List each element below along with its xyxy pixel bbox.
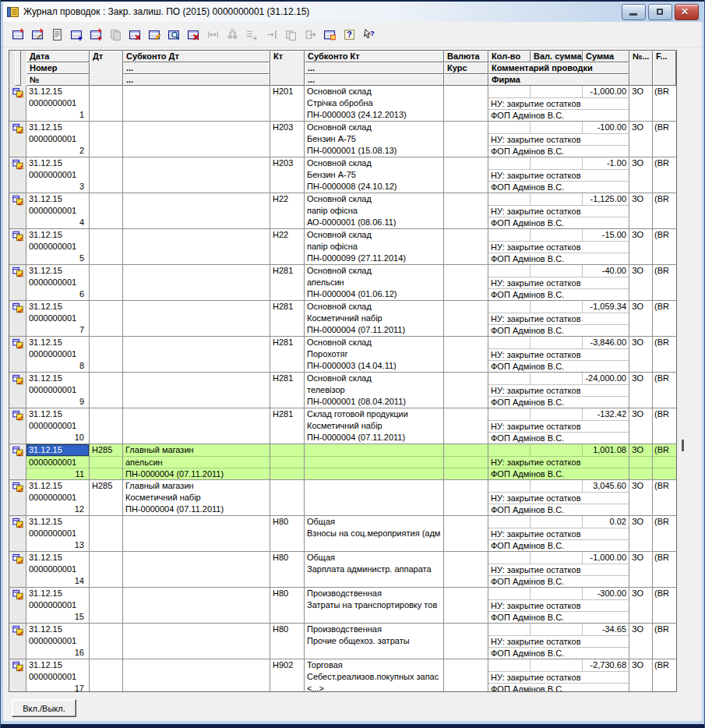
cell-sub-kt-3[interactable]: ПН-0000099 (27.11.2014) [305,253,443,264]
cell-sub-kt-3[interactable]: ПН-0000004 (07.11.2011) [305,432,443,444]
cell-sum[interactable]: -3,846.00 [583,337,629,348]
cell-sub-dt-1[interactable] [123,659,270,671]
cell-dt-account[interactable] [90,193,122,205]
cell-dt-blank[interactable] [90,145,122,157]
cell-sub-dt-2[interactable] [123,313,270,324]
cell-dt-blank[interactable] [90,456,122,468]
scroll-indicator[interactable] [682,440,684,451]
cell-f-blank[interactable] [653,241,676,253]
cell-rate[interactable] [444,313,488,324]
delete-line-icon[interactable] [186,27,201,42]
cell-date[interactable]: 31.12.15 [26,157,89,169]
cell-journal-no[interactable]: ЗО [629,122,652,133]
cell-journal-blank[interactable] [629,432,652,444]
cell-seq[interactable]: 17 [26,683,89,692]
cell-qty[interactable] [488,265,531,277]
table-record[interactable]: 31.12.15 0000000001 12 Н285 Главный мага… [9,480,676,516]
cell-currency[interactable] [444,480,488,492]
cell-kt-account[interactable]: Н80 [270,552,304,564]
cell-kt-blank[interactable] [270,324,304,336]
cell-date[interactable]: 31.12.15 [26,624,89,635]
cell-sub-kt-1[interactable]: Склад готовой продукции [305,408,443,420]
cell-kt-blank[interactable] [270,647,304,659]
cell-sub-kt-2[interactable]: Косметичний набір [305,420,443,432]
cell-kt-account[interactable]: Н80 [270,624,304,635]
cell-currency[interactable] [444,122,488,133]
cell-sub-kt-2[interactable]: Зарплата администр. аппарата [305,564,443,575]
cell-sub-dt-3[interactable] [123,683,270,692]
cell-f-blank[interactable] [653,324,676,336]
cell-dt-blank[interactable] [90,360,122,372]
cell-sum[interactable]: -1,000.00 [583,86,629,97]
cell-sub-dt-1[interactable] [123,408,270,420]
cell-kt-blank[interactable] [270,528,304,539]
cell-kt-blank[interactable] [270,635,304,647]
cell-currency[interactable] [444,193,488,205]
cell-f[interactable]: (BR [653,301,676,313]
cell-kt-blank[interactable] [270,456,304,468]
cell-seq[interactable]: 14 [26,575,89,587]
cell-val-sum[interactable] [531,86,583,97]
cell-dt-account[interactable] [90,373,122,384]
cell-comment[interactable]: НУ: закрытие остатков [488,599,629,611]
cell-kt-account[interactable]: Н22 [270,229,304,241]
cell-kt-account[interactable]: Н201 [270,86,304,97]
cell-journal-no[interactable]: ЗО [629,265,652,277]
cell-sub-dt-3[interactable] [123,647,270,659]
cell-f[interactable]: (BR [653,157,676,169]
cell-number[interactable]: 0000000001 [26,97,89,109]
cell-sum[interactable]: -300.00 [583,588,629,599]
cell-sub-kt-2[interactable]: Стрічка обробна [305,97,443,109]
cell-journal-blank[interactable] [629,288,652,300]
cell-firm[interactable]: ФОП Адмінов В.С. [488,360,629,372]
table-record[interactable]: 31.12.15 0000000001 6 Н281 Основной скла… [9,265,676,301]
cell-sub-kt-1[interactable]: Основной склад [305,193,443,205]
cell-f-blank[interactable] [653,145,676,157]
table-record[interactable]: 31.12.15 0000000001 13 Н80 Общая Взносы … [9,516,676,552]
cell-val-sum[interactable] [531,588,583,599]
cell-firm[interactable]: ФОП Адмінов В.С. [488,432,629,444]
cell-qty[interactable] [488,516,531,528]
cell-firm[interactable]: ФОП Адмінов В.С. [488,575,629,587]
cell-dt-account[interactable] [90,229,122,241]
cell-dt-blank[interactable] [90,396,122,408]
cell-rate[interactable] [444,420,488,432]
cell-seq[interactable]: 10 [26,432,89,444]
cell-sub-kt-3[interactable]: ПН-0000003 (14.04.11) [305,360,443,372]
cell-sub-kt-1[interactable]: Общая [305,516,443,528]
cell-dt-blank[interactable] [90,599,122,611]
cell-dt-account[interactable] [90,157,122,169]
cell-kt-blank[interactable] [270,396,304,408]
cell-sub-kt-1[interactable] [305,444,443,456]
cell-sub-kt-2[interactable]: папір офісна [305,241,443,253]
cell-number[interactable]: 0000000001 [26,348,89,360]
cell-dt-blank[interactable] [90,217,122,228]
cell-seq[interactable]: 8 [26,360,89,372]
cell-currency[interactable] [444,373,488,384]
cell-date[interactable]: 31.12.15 [26,229,89,241]
cell-sub-kt-2[interactable]: Бензин А-75 [305,133,443,145]
cell-number[interactable]: 0000000001 [26,420,89,432]
cell-date[interactable]: 31.12.15 [26,122,89,133]
cell-f-blank[interactable] [653,575,676,587]
cell-sub-dt-1[interactable] [123,122,270,133]
titlebar[interactable]: Журнал проводок : Закр. залиш. ПО (2015)… [3,2,702,22]
cell-journal-blank[interactable] [629,599,652,611]
cell-date[interactable]: 31.12.15 [26,516,89,528]
cell-dt-blank[interactable] [90,277,122,288]
cell-qty[interactable] [488,193,531,205]
cell-dt-blank[interactable] [90,348,122,360]
cell-dt-blank[interactable] [90,611,122,623]
cell-comment[interactable]: НУ: закрытие остатков [488,169,629,181]
cell-journal-blank[interactable] [629,109,652,121]
cell-firm[interactable]: ФОП Адмінов В.С. [488,683,629,692]
cell-number[interactable]: 0000000001 [26,456,89,468]
cell-kt-blank[interactable] [270,205,304,217]
cell-dt-blank[interactable] [90,528,122,539]
cell-dt-blank[interactable] [90,313,122,324]
delete-operation-icon[interactable] [128,27,143,42]
cell-f-blank[interactable] [653,611,676,623]
cell-sub-kt-2[interactable]: папір офісна [305,205,443,217]
cell-sum[interactable]: -1.00 [583,157,629,169]
cell-currency[interactable] [444,408,488,420]
